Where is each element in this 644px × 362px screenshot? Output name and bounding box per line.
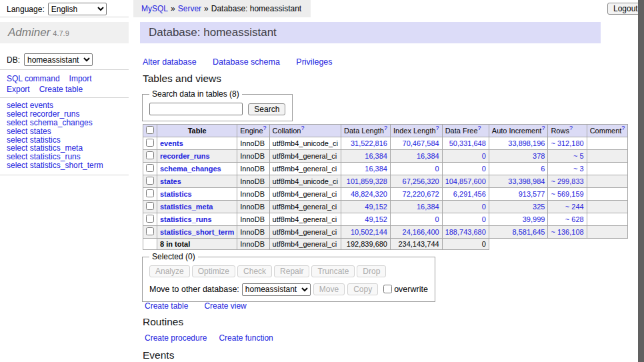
language-select[interactable]: English	[48, 3, 107, 15]
data-length-link[interactable]: 101,859,328	[347, 177, 387, 185]
table-link[interactable]: recorder_runs	[30, 109, 80, 119]
table-link[interactable]: statistics	[30, 135, 61, 145]
data-length-link[interactable]: 48,824,320	[351, 190, 387, 198]
data-free-link[interactable]: 188,743,680	[445, 228, 486, 236]
create-function-link[interactable]: Create function	[219, 333, 273, 343]
data-free-link[interactable]: 104,857,600	[445, 177, 486, 185]
auto-increment-link[interactable]: 378	[533, 152, 545, 160]
rows-count-link[interactable]: ~ 569,159	[551, 190, 583, 198]
sidebar-sql-command-link[interactable]: SQL command	[7, 74, 60, 83]
help-link[interactable]: ?	[478, 125, 481, 131]
index-length-link[interactable]: 72,220,672	[403, 190, 439, 198]
table-name-link[interactable]: statistics_meta	[160, 203, 213, 211]
row-checkbox[interactable]	[146, 215, 154, 223]
help-link[interactable]: ?	[436, 125, 439, 131]
auto-increment-link[interactable]: 8,581,645	[512, 228, 545, 236]
table-name-link[interactable]: states	[160, 177, 181, 185]
sidebar-export-link[interactable]: Export	[7, 85, 30, 94]
table-link[interactable]: statistics_meta	[30, 143, 83, 153]
select-link[interactable]: select	[7, 118, 27, 127]
create-table-link[interactable]: Create table	[145, 301, 188, 311]
row-checkbox[interactable]	[146, 227, 154, 235]
auto-increment-link[interactable]: 39,999	[523, 215, 545, 223]
index-length-link[interactable]: 0	[435, 215, 439, 223]
auto-increment-link[interactable]: 33,898,196	[508, 139, 545, 147]
index-length-link[interactable]: 70,467,584	[403, 139, 439, 147]
select-link[interactable]: select	[7, 152, 27, 161]
db-select[interactable]: homeassistant	[24, 53, 93, 66]
row-checkbox[interactable]	[146, 139, 154, 147]
help-link[interactable]: ?	[263, 125, 267, 131]
privileges-link[interactable]: Privileges	[296, 57, 332, 67]
database-schema-link[interactable]: Database schema	[213, 57, 280, 67]
data-length-link[interactable]: 16,384	[365, 165, 387, 173]
data-length-link[interactable]: 16,384	[365, 152, 387, 160]
rows-count-link[interactable]: ~ 299,833	[551, 177, 583, 185]
select-link[interactable]: select	[7, 135, 27, 145]
row-checkbox[interactable]	[146, 177, 154, 185]
table-link[interactable]: schema_changes	[30, 118, 93, 127]
row-checkbox[interactable]	[146, 189, 154, 197]
table-link[interactable]: states	[30, 127, 51, 136]
search-button[interactable]: Search	[248, 103, 285, 115]
breadcrumb-mysql-link[interactable]: MySQL	[141, 4, 168, 13]
auto-increment-link[interactable]: 913,577	[519, 190, 545, 198]
rows-count-link[interactable]: ~ 244	[565, 203, 584, 211]
auto-increment-link[interactable]: 325	[533, 203, 545, 211]
index-length-link[interactable]: 0	[435, 165, 439, 173]
auto-increment-link[interactable]: 6	[541, 165, 545, 173]
data-free-link[interactable]: 0	[482, 203, 486, 211]
help-link[interactable]: ?	[569, 125, 573, 131]
search-input[interactable]	[149, 103, 243, 115]
table-name-link[interactable]: statistics_short_term	[160, 228, 234, 236]
select-all-checkbox[interactable]	[146, 126, 154, 134]
select-link[interactable]: select	[7, 127, 27, 136]
create-procedure-link[interactable]: Create procedure	[145, 333, 207, 343]
rows-count-link[interactable]: ~ 5	[573, 152, 584, 160]
rows-count-link[interactable]: ~ 3	[573, 165, 584, 173]
sidebar-import-link[interactable]: Import	[69, 74, 92, 83]
table-name-link[interactable]: statistics	[160, 190, 192, 198]
select-link[interactable]: select	[7, 101, 27, 110]
help-link[interactable]: ?	[621, 125, 625, 131]
move-database-select[interactable]: homeassistant	[242, 283, 311, 296]
auto-increment-link[interactable]: 33,398,984	[508, 177, 545, 185]
table-name-link[interactable]: schema_changes	[160, 165, 221, 173]
row-checkbox[interactable]	[146, 151, 154, 159]
help-link[interactable]: ?	[541, 125, 545, 131]
index-length-link[interactable]: 67,256,320	[403, 177, 439, 185]
table-name-link[interactable]: recorder_runs	[160, 152, 210, 160]
vertical-scrollbar[interactable]	[638, 0, 644, 362]
data-free-link[interactable]: 6,291,456	[453, 190, 486, 198]
data-length-link[interactable]: 10,502,144	[351, 228, 387, 236]
data-length-link[interactable]: 31,522,816	[351, 139, 387, 147]
select-link[interactable]: select	[7, 143, 27, 153]
table-link[interactable]: statistics_runs	[30, 152, 81, 161]
help-link[interactable]: ?	[301, 125, 304, 131]
data-length-link[interactable]: 49,152	[365, 215, 387, 223]
row-checkbox[interactable]	[146, 164, 154, 172]
data-free-link[interactable]: 50,331,648	[449, 139, 486, 147]
breadcrumb-server-link[interactable]: Server	[178, 4, 201, 13]
data-free-link[interactable]: 0	[482, 152, 486, 160]
rows-count-link[interactable]: ~ 312,180	[551, 139, 583, 147]
index-length-link[interactable]: 16,384	[417, 152, 439, 160]
data-free-link[interactable]: 0	[482, 215, 486, 223]
index-length-link[interactable]: 24,166,400	[403, 228, 439, 236]
table-name-link[interactable]: statistics_runs	[160, 215, 212, 223]
table-name-link[interactable]: events	[160, 139, 183, 147]
create-view-link[interactable]: Create view	[204, 301, 246, 311]
table-link[interactable]: statistics_short_term	[30, 161, 103, 170]
table-link[interactable]: events	[30, 101, 53, 110]
overwrite-label[interactable]: overwrite	[394, 285, 428, 294]
select-link[interactable]: select	[7, 161, 27, 170]
help-link[interactable]: ?	[384, 125, 387, 131]
sidebar-create-table-link[interactable]: Create table	[39, 85, 83, 94]
rows-count-link[interactable]: ~ 628	[565, 215, 584, 223]
data-length-link[interactable]: 49,152	[365, 203, 387, 211]
alter-database-link[interactable]: Alter database	[143, 57, 197, 67]
rows-count-link[interactable]: ~ 136,108	[551, 228, 583, 236]
index-length-link[interactable]: 16,384	[417, 203, 439, 211]
overwrite-checkbox[interactable]	[383, 285, 392, 293]
row-checkbox[interactable]	[146, 202, 154, 210]
